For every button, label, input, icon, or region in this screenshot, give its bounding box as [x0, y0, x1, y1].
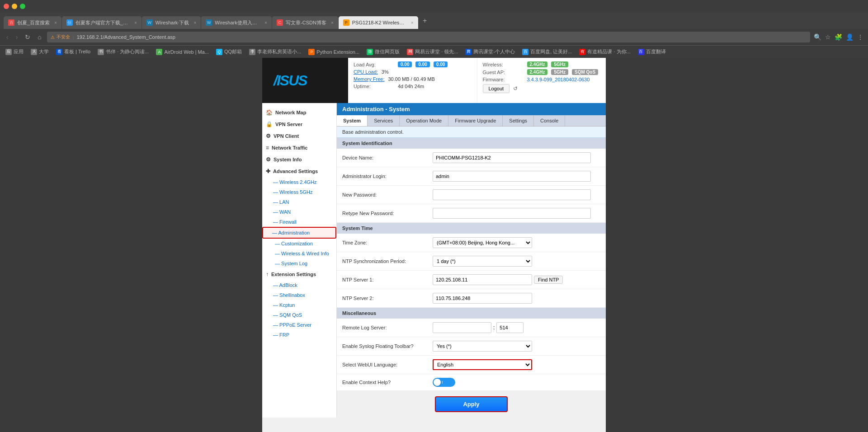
apply-button[interactable]: Apply — [435, 396, 507, 412]
bookmark-airdroid[interactable]: A AirDroid Web | Ma... — [154, 48, 211, 56]
user-icon[interactable]: 👤 — [846, 33, 854, 41]
sidebar-item-wan[interactable]: — WAN — [262, 207, 336, 217]
sidebar-item-sqm-qos[interactable]: — SQM QoS — [262, 310, 336, 320]
sidebar-item-vpn-client[interactable]: ⚙ VPN Client — [262, 130, 336, 142]
ntp-server1-input[interactable] — [433, 274, 532, 285]
reload-button[interactable]: ↻ — [23, 33, 32, 42]
memory-link[interactable]: Memory Free: — [354, 76, 384, 82]
new-tab-button[interactable]: + — [419, 14, 431, 27]
sidebar-item-kcptun[interactable]: — Kcptun — [262, 300, 336, 310]
bookmark-youdao[interactable]: 有 有道精品课 · 为你... — [577, 47, 632, 56]
ntp-sync-select[interactable]: 1 day (*) — [433, 256, 532, 267]
refresh-icon[interactable]: ↺ — [513, 85, 518, 92]
tab-6[interactable]: P PSG1218-K2 Wireless Router -... × — [339, 16, 418, 29]
home-button[interactable]: ⌂ — [36, 33, 43, 42]
tab-5[interactable]: C 写文章-CSDN博客 × — [272, 16, 338, 29]
back-button[interactable]: ‹ — [5, 33, 10, 42]
minimize-button[interactable] — [12, 4, 17, 9]
sidebar-item-pppoe-server[interactable]: — PPPoE Server — [262, 320, 336, 330]
tab-4[interactable]: W Wireshark使用入门 - Cocowoo... × — [201, 16, 272, 29]
bookmark-apps[interactable]: 应 应用 — [4, 47, 25, 56]
sidebar-item-network-map[interactable]: 🏠 Network Map — [262, 107, 336, 118]
wireless-2g-badge[interactable]: 2.4GHz — [527, 61, 548, 67]
bookmark-baidu-pan[interactable]: 百 百度网盘, 让美好... — [520, 47, 574, 56]
new-password-row: New Password: — [337, 186, 606, 204]
sidebar-item-system-info[interactable]: ⚙ System Info — [262, 154, 336, 165]
tab-close-4[interactable]: × — [264, 20, 267, 25]
timezone-select[interactable]: (GMT+08:00) Beijing, Hong Kong... — [433, 237, 532, 248]
tab-close-1[interactable]: × — [54, 20, 57, 25]
find-ntp-button[interactable]: Find NTP — [534, 276, 563, 284]
sidebar-item-advanced-settings[interactable]: ✚ Advanced Settings — [262, 165, 336, 177]
bookmarks-bar: 应 应用 大 大学 看 看板 | Trello 书 书伴 · 为静心阅读... … — [0, 45, 868, 58]
tab-console[interactable]: Console — [534, 115, 565, 126]
bookmark-university[interactable]: 大 大学 — [29, 47, 51, 56]
tab-system[interactable]: System — [337, 115, 368, 126]
webui-lang-select[interactable]: English 中文 — [433, 359, 532, 370]
section-id-header: System Identification — [337, 138, 606, 149]
bookmark-english[interactable]: 李 李老师私房英语小... — [247, 47, 303, 56]
bookmark-wechat[interactable]: 微 微信网页版 — [365, 47, 401, 56]
extensions-icon[interactable]: 🧩 — [835, 33, 842, 41]
sidebar-item-vpn-server[interactable]: 🔒 VPN Server — [262, 118, 336, 130]
admin-login-input[interactable] — [433, 171, 591, 182]
bookmark-books[interactable]: 书 书伴 · 为静心阅读... — [96, 47, 151, 56]
new-password-input[interactable] — [433, 189, 591, 200]
sidebar-item-customization[interactable]: — Customization — [262, 239, 336, 249]
url-input[interactable]: ⚠ 不安全 | 192.168.2.1/Advanced_System_Cont… — [47, 32, 810, 42]
sidebar-item-wireless-2g[interactable]: — Wireless 2.4GHz — [262, 177, 336, 187]
sidebar-item-network-traffic[interactable]: ≡ Network Traffic — [262, 142, 336, 154]
sidebar-item-extension-settings[interactable]: ↑ Extension Settings — [262, 268, 336, 280]
forward-button[interactable]: › — [14, 33, 20, 42]
close-button[interactable] — [4, 4, 9, 9]
bookmark-trello[interactable]: 看 看板 | Trello — [54, 47, 92, 56]
tab-firmware-upgrade[interactable]: Firmware Upgrade — [448, 115, 503, 126]
sidebar-item-wireless-5g[interactable]: — Wireless 5GHz — [262, 187, 336, 197]
cpu-load-link[interactable]: CPU Load: — [354, 69, 378, 75]
tab-1[interactable]: 百 创夏_百度搜索 × — [4, 16, 61, 29]
sidebar-item-system-log[interactable]: — System Log — [262, 258, 336, 268]
maximize-button[interactable] — [20, 4, 25, 9]
sidebar-item-shellinabox[interactable]: — Shellinabox — [262, 290, 336, 300]
ntp-server2-input[interactable] — [433, 293, 532, 304]
tab-close-6[interactable]: × — [411, 20, 414, 25]
sidebar-item-adblock[interactable]: — AdBlock — [262, 280, 336, 290]
firmware-link[interactable]: 3.4.3.9-099_20180402-0630 — [527, 77, 590, 82]
tab-services[interactable]: Services — [368, 115, 400, 126]
remote-log-input[interactable] — [433, 322, 491, 333]
guest-ap-2g-badge[interactable]: 2.4GHz — [527, 69, 548, 75]
tab-settings[interactable]: Settings — [503, 115, 534, 126]
section-misc: Miscellaneous Remote Log Server: : — [337, 308, 606, 391]
tab-2[interactable]: 创 创夏客户端官方下载_创夏客户... × — [62, 16, 142, 29]
tab-close-2[interactable]: × — [134, 20, 137, 25]
sidebar-item-firewall[interactable]: — Firewall — [262, 217, 336, 227]
sidebar-item-administration[interactable]: — Administration — [262, 227, 336, 239]
sidebar-item-wireless-wired[interactable]: — Wireless & Wired Info — [262, 249, 336, 258]
device-name-input[interactable] — [433, 152, 591, 163]
search-icon[interactable]: 🔍 — [814, 33, 821, 41]
tab-close-5[interactable]: × — [331, 20, 334, 25]
tab-operation-mode[interactable]: Operation Mode — [400, 115, 448, 126]
logout-button[interactable]: Logout — [483, 84, 510, 93]
tab-3[interactable]: W Wireshark·下载 × — [142, 16, 201, 29]
load-avg-2[interactable]: 0.00 — [415, 61, 429, 67]
menu-icon[interactable]: ⋮ — [857, 33, 863, 41]
bookmark-baidu-translate[interactable]: 百 百度翻译 — [636, 47, 668, 56]
bookmark-qq[interactable]: Q QQ邮箱 — [214, 47, 244, 56]
remote-log-port-input[interactable] — [496, 322, 524, 333]
bookmark-python[interactable]: P Python Extension... — [307, 48, 361, 56]
guest-ap-5g-badge[interactable]: 5GHz — [551, 69, 568, 75]
tab-close-3[interactable]: × — [193, 20, 196, 25]
sidebar-item-lan[interactable]: — LAN — [262, 197, 336, 207]
bookmark-163[interactable]: 网 网易云课堂 · 领先... — [405, 47, 460, 56]
sidebar-item-frp[interactable]: — FRP — [262, 330, 336, 340]
bookmark-tencent[interactable]: 腾 腾讯课堂-个人中心 — [463, 47, 517, 56]
load-avg-1[interactable]: 0.00 — [398, 61, 412, 67]
wireless-5g-badge[interactable]: 5GHz — [551, 61, 568, 67]
bookmark-icon[interactable]: ☆ — [825, 33, 831, 41]
syslog-toolbar-select[interactable]: Yes (*) No — [433, 341, 532, 352]
load-avg-3[interactable]: 0.00 — [434, 61, 448, 67]
context-help-toggle[interactable]: I — [433, 378, 455, 387]
guest-ap-sqm-badge[interactable]: SQM QoS — [572, 69, 598, 75]
retype-password-input[interactable] — [433, 208, 591, 219]
